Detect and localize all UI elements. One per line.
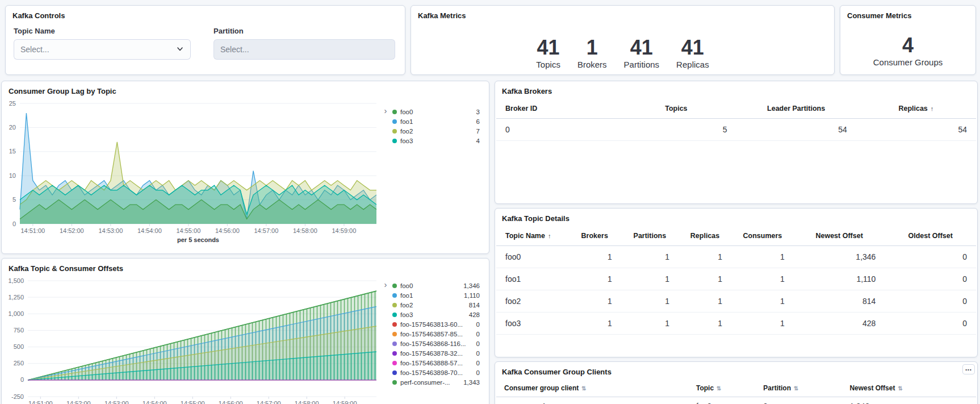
topic-name-group: Topic Name Select...: [14, 27, 191, 60]
legend-item[interactable]: foo03: [390, 107, 482, 116]
stat-consumer-groups: 4 Consumer Groups: [873, 35, 943, 67]
column-header[interactable]: Topic Name↑: [496, 226, 568, 246]
series-color-dot: [392, 313, 397, 317]
offsets-area-chart[interactable]: -25002505007501,0001,2501,50014:51:0014:…: [3, 276, 381, 404]
column-header[interactable]: Partitions: [621, 226, 679, 246]
legend-item[interactable]: foo-1575463868-116...0: [390, 339, 482, 348]
legend-collapse-icon[interactable]: ›: [381, 281, 390, 289]
legend-item[interactable]: foo11,110: [390, 290, 482, 300]
svg-text:14:54:00: 14:54:00: [137, 227, 162, 234]
panel-title: Kafka Topic & Consumer Offsets: [2, 259, 489, 275]
svg-text:14:52:00: 14:52:00: [66, 400, 91, 404]
offsets-legend: › foo01,346foo11,110foo2814foo3428foo-15…: [381, 276, 482, 404]
column-header[interactable]: Partition⇅: [755, 380, 841, 397]
legend-item[interactable]: foo16: [390, 116, 482, 126]
consumer-clients-table: Consumer group client⇅Topic⇅Partition⇅Ne…: [496, 380, 976, 404]
legend-item[interactable]: perf-consumer-...1,343: [390, 377, 482, 387]
series-name: foo0: [400, 109, 473, 115]
svg-text:14:59:00: 14:59:00: [333, 400, 357, 404]
topic-name-select[interactable]: Select...: [14, 39, 191, 60]
series-value: 6: [476, 118, 480, 125]
series-value: 0: [476, 321, 480, 328]
partition-select[interactable]: Select...: [213, 39, 395, 60]
column-header[interactable]: Newest Offset⇅: [841, 380, 976, 397]
legend-item[interactable]: foo3428: [390, 310, 482, 319]
kafka-dashboard: Kafka Controls Topic Name Select... Part…: [0, 0, 980, 404]
column-header[interactable]: Leader Partitions: [736, 99, 856, 119]
svg-text:14:56:00: 14:56:00: [215, 227, 240, 234]
svg-text:14:51:00: 14:51:00: [20, 227, 45, 234]
table-cell: 1,343: [841, 397, 976, 404]
column-header[interactable]: Brokers: [568, 226, 621, 246]
legend-collapse-icon[interactable]: ›: [381, 107, 390, 115]
sort-toggle-icon: ⇅: [794, 385, 798, 391]
series-color-dot: [392, 129, 397, 134]
series-value: 0: [476, 369, 480, 376]
svg-text:750: 750: [14, 327, 24, 334]
stat-partitions: 41 Partitions: [624, 37, 660, 69]
legend-item[interactable]: foo-1575463878-32...0: [390, 348, 482, 358]
legend-item[interactable]: foo-1575463857-85...0: [390, 329, 482, 339]
series-color-dot: [392, 361, 397, 365]
table-cell: 1: [679, 313, 731, 335]
legend-list: foo01,346foo11,110foo2814foo3428foo-1575…: [390, 281, 482, 387]
series-name: foo1: [400, 292, 460, 299]
svg-text:1,000: 1,000: [8, 310, 24, 317]
series-value: 4: [476, 138, 480, 144]
svg-text:14:55:00: 14:55:00: [176, 227, 200, 234]
svg-text:14:55:00: 14:55:00: [181, 400, 205, 404]
lag-area-chart[interactable]: 051015202514:51:0014:52:0014:53:0014:54:…: [3, 99, 381, 245]
table-cell: 1: [731, 268, 794, 290]
legend-item[interactable]: foo2814: [390, 300, 482, 310]
table-cell: 1: [621, 313, 679, 335]
series-color-dot: [392, 119, 397, 124]
series-color-dot: [392, 341, 397, 346]
column-header[interactable]: Topics: [616, 99, 736, 119]
panel-kafka-controls: Kafka Controls Topic Name Select... Part…: [5, 5, 405, 75]
column-header[interactable]: Topic⇅: [688, 380, 755, 397]
legend-item[interactable]: foo-1575463813-60...0: [390, 319, 482, 329]
column-header[interactable]: Newest Offset: [794, 226, 885, 246]
table-row: foo311114280: [496, 313, 976, 335]
offsets-chart-body: -25002505007501,0001,2501,50014:51:0014:…: [2, 275, 489, 404]
legend-item[interactable]: foo34: [390, 136, 482, 145]
stat-label: Partitions: [624, 60, 660, 69]
series-color-dot: [392, 380, 397, 385]
svg-text:0: 0: [12, 220, 16, 227]
svg-text:14:51:00: 14:51:00: [28, 400, 53, 404]
svg-text:14:58:00: 14:58:00: [295, 400, 319, 404]
sort-toggle-icon: ⇅: [898, 385, 902, 391]
table-cell: 1,346: [794, 246, 885, 268]
legend-item[interactable]: foo01,346: [390, 281, 482, 290]
column-header[interactable]: Replicas: [679, 226, 731, 246]
series-color-dot: [392, 351, 397, 356]
column-header[interactable]: Broker ID: [496, 99, 616, 119]
stat-label: Consumer Groups: [873, 57, 943, 67]
stat-label: Replicas: [676, 60, 709, 69]
panel-title: Kafka Topic Details: [495, 209, 977, 225]
svg-text:20: 20: [9, 124, 16, 131]
legend-item[interactable]: foo-1575463898-70...0: [390, 368, 482, 377]
controls-row: Topic Name Select... Partition Select...: [6, 22, 405, 60]
series-name: foo3: [400, 311, 466, 318]
svg-text:15: 15: [9, 148, 16, 155]
column-header[interactable]: Oldest Offset: [885, 226, 976, 246]
column-header[interactable]: Replicas↑: [856, 99, 976, 119]
column-header[interactable]: Consumer group client⇅: [496, 380, 688, 397]
series-name: foo2: [400, 302, 466, 309]
table-cell: 1: [621, 246, 679, 268]
panel-options-button[interactable]: •••: [962, 364, 975, 374]
legend-item[interactable]: foo27: [390, 126, 482, 136]
table-cell: 54: [736, 119, 856, 141]
metric-stats: 41 Topics 1 Brokers 41 Partitions 41 Rep…: [411, 22, 834, 69]
panel-consumer-metrics: Consumer Metrics 4 Consumer Groups: [840, 5, 976, 75]
panel-consumer-group-lag: Consumer Group Lag by Topic 051015202514…: [1, 81, 489, 254]
column-header[interactable]: Consumers: [731, 226, 794, 246]
series-value: 814: [469, 302, 480, 309]
table-cell: 1: [568, 290, 621, 313]
sort-toggle-icon: ⇅: [581, 385, 586, 391]
table-cell: 0: [885, 313, 976, 335]
table-cell: 1: [568, 268, 621, 290]
stat-value: 1: [577, 37, 607, 59]
legend-item[interactable]: foo-1575463888-57...0: [390, 358, 482, 368]
